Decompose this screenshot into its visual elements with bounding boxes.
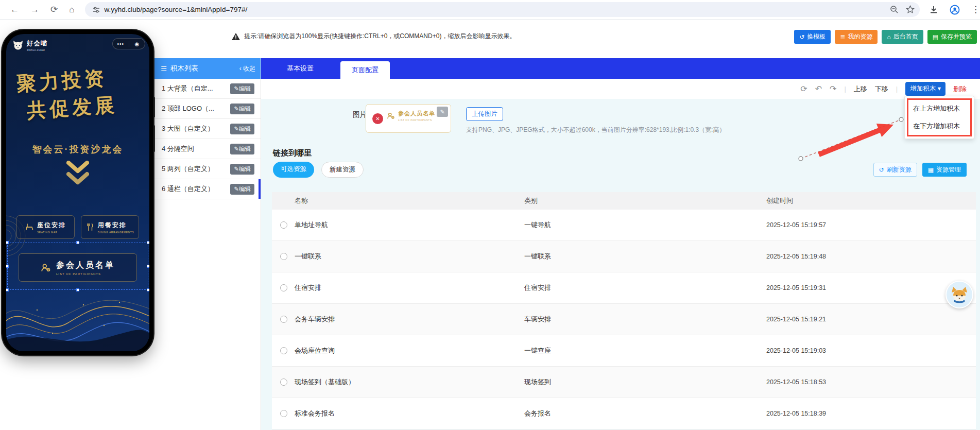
- chevron-down-icon: ▾: [938, 85, 941, 92]
- row-radio[interactable]: [280, 379, 287, 386]
- block-list-item[interactable]: 6 通栏（自定义） ✎编辑: [154, 179, 261, 199]
- edit-block-button[interactable]: ✎编辑: [230, 104, 254, 114]
- forward-icon[interactable]: →: [30, 5, 39, 14]
- image-thumbnail-card: ✕ 参会人员名单 LIST OF PARTICIPANTS ✎: [366, 104, 451, 133]
- add-block-button[interactable]: 增加积木 ▾: [905, 82, 945, 96]
- selection-handle[interactable]: [76, 241, 79, 244]
- address-bar[interactable]: w.yyhd.club/page?source=1&miniAppId=797#…: [85, 2, 920, 17]
- reload-icon[interactable]: ⟳: [50, 5, 58, 14]
- remove-image-button[interactable]: ✕: [372, 113, 383, 124]
- refresh-icon[interactable]: ⟳: [800, 85, 807, 93]
- page-config-panel: 图片: ✕ 参会人员名单 LIST OF PARTICIPANTS ✎ 上传图片…: [261, 99, 980, 430]
- thumbnail-title: 参会人员名单: [398, 110, 435, 117]
- table-row[interactable]: 单地址导航 一键导航 2025-12-05 15:19:57: [272, 210, 976, 241]
- topbar-action-button[interactable]: ⌂ 后台首页: [882, 30, 923, 44]
- edit-image-button[interactable]: ✎: [437, 107, 448, 117]
- topbar-action-button[interactable]: ▤ 保存并预览: [927, 30, 977, 44]
- block-list-header: ☰ 积木列表 ‹ 收起: [154, 58, 261, 79]
- row-radio[interactable]: [280, 316, 287, 323]
- table-row[interactable]: 会场座位查询 一键查座 2025-12-05 15:19:03: [272, 335, 976, 367]
- dropdown-menu-item[interactable]: 在下方增加积木: [908, 117, 970, 135]
- selection-handle[interactable]: [147, 265, 149, 268]
- undo-icon[interactable]: ↶: [815, 85, 822, 93]
- selection-handle[interactable]: [147, 241, 149, 244]
- block-list-item[interactable]: 2 顶部 LOGO（... ✎编辑: [154, 99, 261, 119]
- back-icon[interactable]: ←: [10, 5, 19, 14]
- assistant-mascot[interactable]: [945, 281, 973, 308]
- download-icon[interactable]: [929, 5, 938, 14]
- topbar-button-icon: ⌂: [887, 33, 890, 41]
- url-text[interactable]: w.yyhd.club/page?source=1&miniAppId=797#…: [105, 6, 883, 13]
- site-info-icon[interactable]: [92, 6, 100, 14]
- resource-manage-button[interactable]: ▦资源管理: [922, 163, 967, 177]
- block-list-item[interactable]: 5 两列（自定义） ✎编辑: [154, 159, 261, 179]
- topbar-button-icon: ↺: [799, 33, 804, 41]
- app-logo-title: 好会喵: [27, 39, 48, 48]
- bookmark-star-icon[interactable]: [906, 5, 915, 14]
- edit-icon: ✎: [234, 85, 239, 92]
- row-radio[interactable]: [280, 347, 287, 354]
- table-row[interactable]: 一键联系 一键联系 2025-12-05 15:19:48: [272, 241, 976, 272]
- block-list-item[interactable]: 3 大图（自定义） ✎编辑: [154, 119, 261, 139]
- browser-zoom-warning: 提示:请确保浏览器为100%显示(快捷键操作:CTRL+0，或COMMAND+0…: [244, 32, 515, 41]
- topbar-action-button[interactable]: ↺ 换模板: [794, 30, 831, 44]
- zoom-out-icon[interactable]: [890, 5, 899, 14]
- cell-category: 一键联系: [524, 252, 766, 261]
- col-category: 类别: [524, 196, 766, 205]
- cell-created-time: 2025-12-05 15:18:39: [766, 410, 976, 417]
- block-list-item[interactable]: 1 大背景（自定... ✎编辑: [154, 79, 261, 99]
- dropdown-menu-item[interactable]: 在上方增加积木: [908, 100, 970, 117]
- block-toolbar: ⟳ ↶ ↷ | 上移 下移 | 增加积木 ▾ 删除: [261, 79, 980, 99]
- block-list-panel: ☰ 积木列表 ‹ 收起 1 大背景（自定... ✎编辑 2 顶部 LOGO（..…: [154, 58, 261, 430]
- row-radio[interactable]: [280, 253, 287, 260]
- resource-table: 名称 类别 创建时间 单地址导航 一键导航 2025-12-05 15:19:5…: [272, 192, 976, 429]
- cat-logo-icon: [12, 40, 24, 51]
- table-row[interactable]: 住宿安排 住宿安排 2025-12-05 15:19:31: [272, 272, 976, 304]
- table-row[interactable]: 标准会务报名 会务报名 2025-12-05 15:18:39: [272, 398, 976, 429]
- edit-block-button[interactable]: ✎编辑: [230, 184, 254, 195]
- row-radio[interactable]: [280, 284, 287, 291]
- move-up-button[interactable]: 上移: [854, 84, 867, 94]
- refresh-resource-button[interactable]: ↺刷新资源: [873, 163, 917, 177]
- topbar-action-button[interactable]: ≣ 我的资源: [835, 30, 878, 44]
- tab-basic-settings[interactable]: 基本设置: [276, 58, 325, 79]
- redo-icon[interactable]: ↷: [830, 85, 836, 93]
- dining-subtitle: DINING ARRANGEMENTS: [98, 231, 134, 234]
- resource-manage-icon: ▦: [928, 166, 934, 174]
- profile-icon[interactable]: [950, 5, 960, 15]
- close-capsule-icon[interactable]: ◉: [129, 41, 145, 47]
- cell-name: 单地址导航: [295, 220, 524, 230]
- list-icon: ☰: [161, 64, 167, 73]
- edit-block-button[interactable]: ✎编辑: [230, 164, 254, 175]
- row-radio[interactable]: [280, 221, 287, 229]
- table-row[interactable]: 现场签到（基础版） 现场签到 2025-12-05 15:18:53: [272, 367, 976, 398]
- toolbar-divider: |: [844, 85, 846, 93]
- selectable-resource-tab[interactable]: 可选资源: [273, 162, 314, 178]
- home-icon[interactable]: ⌂: [69, 5, 74, 14]
- edit-icon: ✎: [234, 186, 239, 192]
- phone-button-row: 座位安排 SEATING MAP 用餐安排 DINING ARRANGEMENT…: [16, 215, 139, 239]
- block-item-label: 1 大背景（自定...: [162, 84, 213, 93]
- table-row[interactable]: 会务车辆安排 车辆安排 2025-12-05 15:19:21: [272, 304, 976, 335]
- dining-button[interactable]: 用餐安排 DINING ARRANGEMENTS: [81, 215, 139, 239]
- upload-image-button[interactable]: 上传图片: [466, 107, 503, 121]
- edit-block-button[interactable]: ✎编辑: [230, 144, 254, 154]
- move-down-button[interactable]: 下移: [875, 84, 888, 94]
- row-radio[interactable]: [280, 410, 287, 417]
- collapse-button[interactable]: ‹ 收起: [239, 64, 255, 73]
- topbar-button-label: 我的资源: [848, 32, 872, 41]
- cell-name: 会务车辆安排: [295, 315, 524, 324]
- browser-menu-icon[interactable]: ⋮: [971, 5, 980, 14]
- delete-block-button[interactable]: 删除: [953, 84, 967, 94]
- edit-block-button[interactable]: ✎编辑: [230, 124, 254, 134]
- more-options-icon[interactable]: •••: [113, 41, 129, 47]
- edit-block-button[interactable]: ✎编辑: [230, 83, 254, 94]
- new-resource-tab[interactable]: 新建资源: [321, 162, 364, 178]
- block-list-item[interactable]: 4 分隔空间 ✎编辑: [154, 139, 261, 159]
- tab-page-config[interactable]: 页面配置: [340, 61, 390, 79]
- seating-map-button[interactable]: 座位安排 SEATING MAP: [16, 215, 75, 239]
- warning-icon: [232, 33, 240, 40]
- cell-created-time: 2025-12-05 15:19:03: [766, 347, 976, 354]
- wave-art: [6, 274, 149, 351]
- refresh-resource-icon: ↺: [879, 166, 884, 174]
